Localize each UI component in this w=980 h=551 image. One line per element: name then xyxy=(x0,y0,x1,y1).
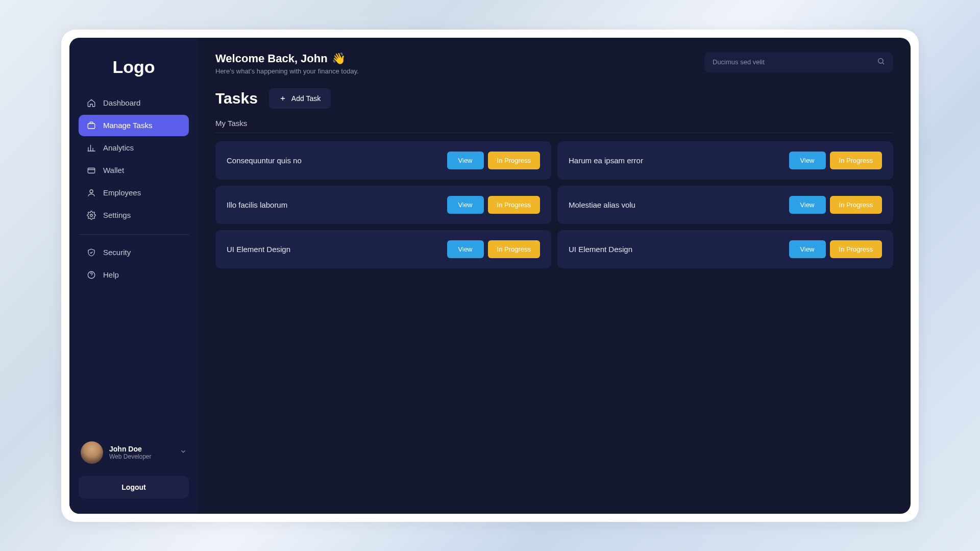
view-button[interactable]: View xyxy=(447,196,484,214)
add-task-button[interactable]: Add Task xyxy=(269,88,331,109)
search-icon xyxy=(877,57,885,67)
sidebar-item-label: Security xyxy=(103,248,131,257)
status-button[interactable]: In Progress xyxy=(488,152,540,169)
svg-point-2 xyxy=(90,190,93,193)
welcome-title-text: Welcome Back, John xyxy=(215,52,328,65)
sidebar-item-analytics[interactable]: Analytics xyxy=(79,137,189,159)
welcome-title: Welcome Back, John 👋 xyxy=(215,52,359,65)
task-title: UI Element Design xyxy=(227,245,290,254)
task-card: Molestiae alias volu View In Progress xyxy=(557,186,893,224)
plus-icon xyxy=(279,95,286,102)
status-button[interactable]: In Progress xyxy=(488,196,540,214)
user-info: John Doe Web Developer xyxy=(109,445,174,460)
task-card: UI Element Design View In Progress xyxy=(215,230,551,268)
avatar xyxy=(81,441,103,464)
task-title: Molestiae alias volu xyxy=(569,201,635,209)
task-title: Harum ea ipsam error xyxy=(569,156,643,165)
task-title: Illo facilis laborum xyxy=(227,201,287,209)
sidebar-item-label: Wallet xyxy=(103,166,124,174)
svg-point-3 xyxy=(90,214,93,216)
chevron-down-icon xyxy=(180,448,187,457)
wave-emoji-icon: 👋 xyxy=(332,52,346,65)
nav-secondary: Security Help xyxy=(69,242,198,287)
welcome: Welcome Back, John 👋 Here's what's happe… xyxy=(215,52,359,75)
topbar: Welcome Back, John 👋 Here's what's happe… xyxy=(215,52,893,75)
logout-button[interactable]: Logout xyxy=(79,476,189,498)
sidebar-item-label: Dashboard xyxy=(103,98,140,107)
task-actions: View In Progress xyxy=(447,152,540,169)
chart-icon xyxy=(87,143,96,153)
sidebar-item-label: Manage Tasks xyxy=(103,121,152,130)
view-button[interactable]: View xyxy=(447,152,484,169)
gear-icon xyxy=(87,211,96,220)
sidebar-footer: John Doe Web Developer Logout xyxy=(69,436,198,504)
briefcase-icon xyxy=(87,121,96,130)
page-title: Tasks xyxy=(215,90,258,107)
search-input[interactable] xyxy=(713,58,877,66)
welcome-subtitle: Here's what's happening with your financ… xyxy=(215,67,359,75)
task-actions: View In Progress xyxy=(789,240,882,258)
sidebar-item-employees[interactable]: Employees xyxy=(79,182,189,204)
app-frame: Logo Dashboard Manage Tasks xyxy=(61,30,919,522)
page-header: Tasks Add Task xyxy=(215,88,893,109)
user-role: Web Developer xyxy=(109,453,174,460)
task-actions: View In Progress xyxy=(789,152,882,169)
task-title: UI Element Design xyxy=(569,245,632,254)
shield-icon xyxy=(87,248,96,257)
divider xyxy=(79,234,189,235)
sidebar-item-wallet[interactable]: Wallet xyxy=(79,160,189,181)
sidebar-item-label: Employees xyxy=(103,188,141,197)
sidebar-item-settings[interactable]: Settings xyxy=(79,205,189,226)
sidebar-item-manage-tasks[interactable]: Manage Tasks xyxy=(79,115,189,136)
view-button[interactable]: View xyxy=(789,240,826,258)
svg-rect-1 xyxy=(88,168,95,173)
user-icon xyxy=(87,188,96,197)
tasks-grid: Consequuntur quis no View In Progress Ha… xyxy=(215,141,893,268)
sidebar-item-help[interactable]: Help xyxy=(79,264,189,286)
help-icon xyxy=(87,270,96,280)
view-button[interactable]: View xyxy=(447,240,484,258)
user-menu[interactable]: John Doe Web Developer xyxy=(79,436,189,469)
sidebar-item-dashboard[interactable]: Dashboard xyxy=(79,92,189,114)
main: Welcome Back, John 👋 Here's what's happe… xyxy=(198,38,911,514)
task-card: UI Element Design View In Progress xyxy=(557,230,893,268)
task-card: Consequuntur quis no View In Progress xyxy=(215,141,551,180)
app: Logo Dashboard Manage Tasks xyxy=(69,38,911,514)
logo: Logo xyxy=(69,48,198,92)
sidebar-item-label: Settings xyxy=(103,211,131,219)
sidebar-item-security[interactable]: Security xyxy=(79,242,189,263)
add-task-label: Add Task xyxy=(291,94,321,103)
tasks-subhead: My Tasks xyxy=(215,119,893,133)
status-button[interactable]: In Progress xyxy=(830,196,882,214)
svg-rect-0 xyxy=(88,123,95,129)
sidebar-item-label: Help xyxy=(103,270,119,279)
search-box[interactable] xyxy=(704,52,893,72)
wallet-icon xyxy=(87,166,96,175)
user-name: John Doe xyxy=(109,445,174,453)
task-card: Harum ea ipsam error View In Progress xyxy=(557,141,893,180)
view-button[interactable]: View xyxy=(789,152,826,169)
nav-primary: Dashboard Manage Tasks Analytics xyxy=(69,92,198,227)
home-icon xyxy=(87,98,96,108)
status-button[interactable]: In Progress xyxy=(488,240,540,258)
task-title: Consequuntur quis no xyxy=(227,156,302,165)
svg-point-5 xyxy=(878,58,883,63)
task-actions: View In Progress xyxy=(447,240,540,258)
task-actions: View In Progress xyxy=(447,196,540,214)
view-button[interactable]: View xyxy=(789,196,826,214)
task-card: Illo facilis laborum View In Progress xyxy=(215,186,551,224)
status-button[interactable]: In Progress xyxy=(830,152,882,169)
sidebar: Logo Dashboard Manage Tasks xyxy=(69,38,198,514)
sidebar-item-label: Analytics xyxy=(103,143,134,152)
task-actions: View In Progress xyxy=(789,196,882,214)
status-button[interactable]: In Progress xyxy=(830,240,882,258)
